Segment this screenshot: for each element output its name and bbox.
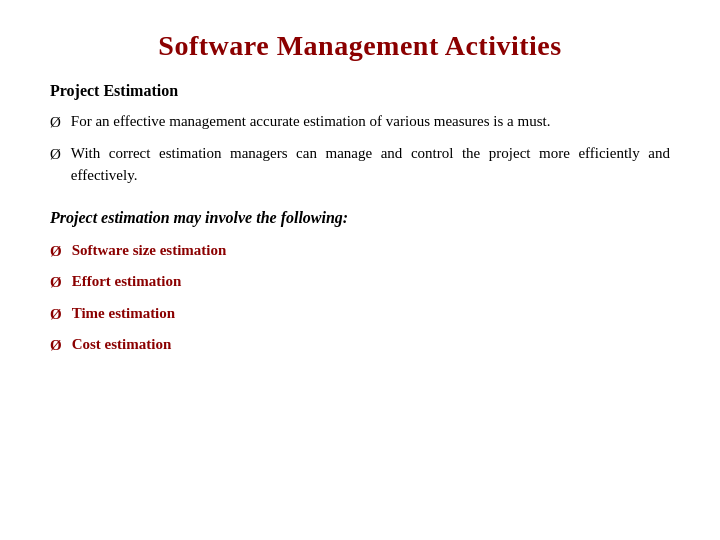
sub-bullet-item-3: Ø Time estimation [50,302,670,326]
sub-heading: Project estimation may involve the follo… [50,209,670,227]
main-title: Software Management Activities [50,30,670,62]
sub-bullet-text-3: Time estimation [72,302,670,325]
sub-bullet-item-4: Ø Cost estimation [50,333,670,357]
slide-container: Software Management Activities Project E… [0,0,720,540]
sub-bullet-item-1: Ø Software size estimation [50,239,670,263]
sub-bullet-arrow-2: Ø [50,271,62,294]
sub-bullet-text-2: Effort estimation [72,270,670,293]
sub-bullet-arrow-3: Ø [50,303,62,326]
sub-bullet-text-1: Software size estimation [72,239,670,262]
sub-bullet-text-4: Cost estimation [72,333,670,356]
bullet-arrow-1: Ø [50,111,61,134]
bullet-text-2: With correct estimation managers can man… [71,142,670,187]
project-estimation-heading: Project Estimation [50,82,670,100]
sub-bullet-arrow-1: Ø [50,240,62,263]
section-gap: Project estimation may involve the follo… [50,209,670,227]
sub-bullet-arrow-4: Ø [50,334,62,357]
bullet-item-1: Ø For an effective management accurate e… [50,110,670,134]
bullet-text-1: For an effective management accurate est… [71,110,670,133]
bullet-arrow-2: Ø [50,143,61,166]
bullet-item-2: Ø With correct estimation managers can m… [50,142,670,187]
sub-bullet-item-2: Ø Effort estimation [50,270,670,294]
